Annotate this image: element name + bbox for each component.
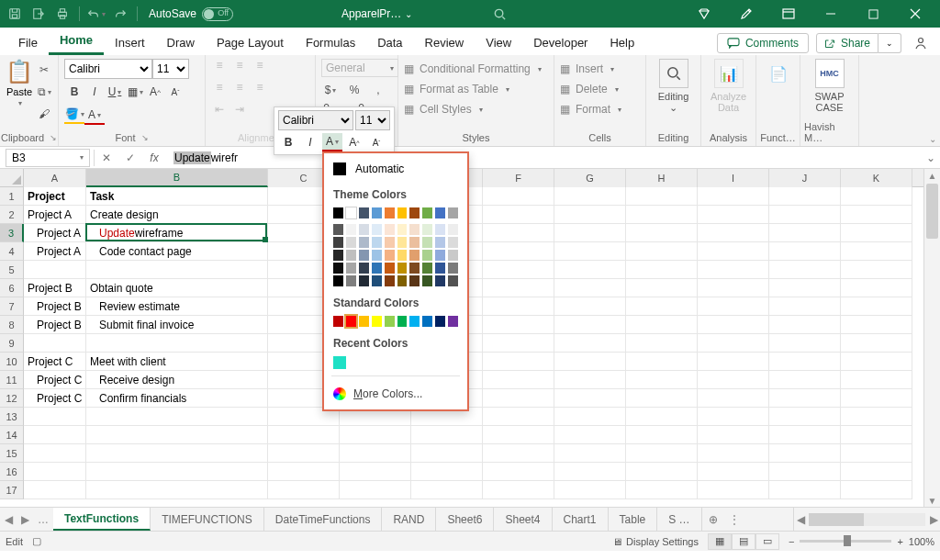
- color-swatch[interactable]: [448, 263, 458, 274]
- tab-view[interactable]: View: [475, 30, 522, 55]
- border-button[interactable]: ▦▾: [125, 83, 145, 101]
- delete-cells-button[interactable]: ▦ Delete▾: [560, 79, 640, 99]
- color-swatch[interactable]: [435, 207, 445, 218]
- align-left-icon[interactable]: ≡: [211, 81, 228, 99]
- row-header-9[interactable]: 9: [0, 334, 24, 353]
- cell-H17[interactable]: [626, 481, 698, 499]
- automatic-color-button[interactable]: Automatic: [331, 159, 460, 183]
- mini-italic-button[interactable]: I: [300, 133, 320, 151]
- fx-icon[interactable]: fx: [142, 149, 166, 167]
- cell-K2[interactable]: [841, 206, 912, 224]
- color-swatch[interactable]: [435, 224, 445, 235]
- cell-H4[interactable]: [626, 242, 698, 261]
- scroll-up-icon[interactable]: ▲: [924, 169, 940, 182]
- view-page-layout-icon[interactable]: ▤: [732, 533, 755, 550]
- cell-G14[interactable]: [554, 426, 626, 444]
- align-middle-icon[interactable]: ≡: [231, 59, 248, 77]
- color-swatch[interactable]: [372, 207, 382, 218]
- color-swatch[interactable]: [385, 263, 395, 274]
- color-swatch[interactable]: [333, 316, 343, 327]
- color-swatch[interactable]: [359, 250, 369, 261]
- mini-font-select[interactable]: Calibri: [278, 110, 353, 130]
- color-swatch[interactable]: [397, 224, 408, 235]
- cell-I11[interactable]: [698, 371, 769, 389]
- row-header-13[interactable]: 13: [0, 408, 24, 426]
- accounting-icon[interactable]: $▾: [321, 81, 340, 99]
- tab-page-layout[interactable]: Page Layout: [206, 30, 295, 55]
- zoom-out-button[interactable]: −: [789, 536, 794, 547]
- swap-case-button[interactable]: HMC SWAP CASE Havish M…: [800, 55, 859, 146]
- color-swatch[interactable]: [448, 250, 458, 261]
- cell-F10[interactable]: [483, 353, 554, 371]
- close-button[interactable]: [894, 0, 936, 28]
- cell-I8[interactable]: [698, 316, 769, 334]
- cell-C17[interactable]: [268, 481, 340, 499]
- percent-icon[interactable]: %: [345, 81, 364, 99]
- select-all-corner[interactable]: [0, 169, 24, 187]
- color-swatch[interactable]: [372, 275, 382, 286]
- color-swatch[interactable]: [409, 263, 420, 274]
- cell-H6[interactable]: [626, 279, 698, 297]
- autosave-toggle[interactable]: AutoSave Off: [149, 7, 233, 21]
- view-normal-icon[interactable]: ▦: [708, 533, 732, 550]
- cell-F16[interactable]: [483, 463, 554, 481]
- cell-I12[interactable]: [698, 389, 769, 408]
- row-header-16[interactable]: 16: [0, 463, 24, 481]
- color-swatch[interactable]: [435, 250, 445, 261]
- cell-B8[interactable]: Submit final invoice: [86, 316, 268, 334]
- cell-G15[interactable]: [554, 444, 626, 463]
- search-icon[interactable]: [488, 3, 510, 25]
- add-sheet-button[interactable]: ⊕: [702, 508, 724, 531]
- cell-K9[interactable]: [841, 334, 912, 353]
- cell-D14[interactable]: [340, 426, 411, 444]
- cell-I14[interactable]: [698, 426, 769, 444]
- cell-F15[interactable]: [483, 444, 554, 463]
- cut-icon[interactable]: ✂: [35, 61, 53, 79]
- row-header-7[interactable]: 7: [0, 297, 24, 316]
- cell-E15[interactable]: [411, 444, 483, 463]
- color-swatch[interactable]: [422, 224, 432, 235]
- cell-I15[interactable]: [698, 444, 769, 463]
- cell-H13[interactable]: [626, 408, 698, 426]
- color-swatch[interactable]: [435, 263, 445, 274]
- color-swatch[interactable]: [359, 316, 369, 327]
- col-header-F[interactable]: F: [483, 169, 554, 187]
- color-swatch[interactable]: [422, 237, 432, 248]
- cell-G13[interactable]: [554, 408, 626, 426]
- color-swatch[interactable]: [359, 275, 369, 286]
- sheet-tab[interactable]: RAND: [382, 508, 436, 531]
- sheet-nav-prev[interactable]: ◀: [0, 508, 17, 531]
- cell-A3[interactable]: Project A: [24, 224, 86, 242]
- cell-J14[interactable]: [769, 426, 841, 444]
- file-name[interactable]: ApparelPr… ⌄: [341, 7, 412, 20]
- cell-F14[interactable]: [483, 426, 554, 444]
- cell-A15[interactable]: [24, 444, 86, 463]
- cell-K14[interactable]: [841, 426, 912, 444]
- color-swatch[interactable]: [346, 316, 356, 327]
- color-swatch[interactable]: [448, 207, 458, 218]
- color-swatch[interactable]: [372, 224, 382, 235]
- color-swatch[interactable]: [346, 207, 356, 218]
- format-cells-button[interactable]: ▦ Format▾: [560, 99, 640, 119]
- cell-B1[interactable]: Task: [86, 187, 268, 206]
- ribbon-mode-icon[interactable]: [767, 0, 810, 28]
- color-swatch[interactable]: [409, 250, 420, 261]
- cell-G17[interactable]: [554, 481, 626, 499]
- cell-K10[interactable]: [841, 353, 912, 371]
- hscroll-left[interactable]: ◀: [794, 513, 807, 526]
- cell-F13[interactable]: [483, 408, 554, 426]
- color-swatch[interactable]: [397, 263, 408, 274]
- cell-F7[interactable]: [483, 297, 554, 316]
- color-swatch[interactable]: [346, 275, 356, 286]
- insert-cells-button[interactable]: ▦ Insert▾: [560, 59, 640, 79]
- col-header-B[interactable]: B: [86, 169, 268, 187]
- color-swatch[interactable]: [409, 224, 420, 235]
- align-center-icon[interactable]: ≡: [231, 81, 248, 99]
- col-header-G[interactable]: G: [554, 169, 626, 187]
- cell-A13[interactable]: [24, 408, 86, 426]
- sheet-tab[interactable]: TIMEFUNCTIONS: [151, 508, 264, 531]
- name-box[interactable]: B3▾: [6, 149, 90, 167]
- more-colors-button[interactable]: More Colors...: [331, 382, 460, 406]
- color-swatch[interactable]: [448, 224, 458, 235]
- diamond-icon[interactable]: [683, 0, 725, 28]
